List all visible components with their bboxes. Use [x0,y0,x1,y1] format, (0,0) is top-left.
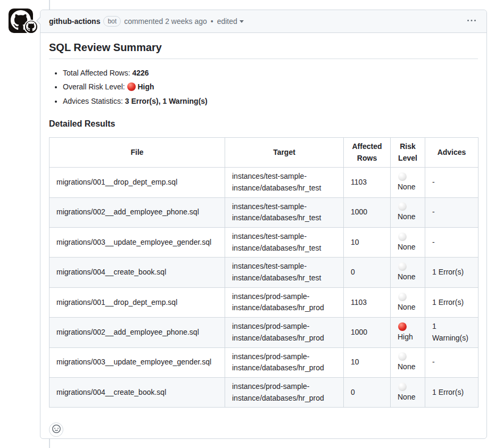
table-row: migrations/004__create_book.sql instance… [50,377,478,407]
table-row: migrations/002__add_employee_phone.sql i… [50,197,478,227]
table-row: migrations/001__drop_dept_emp.sql instan… [50,168,478,197]
meta-separator: • [211,17,213,26]
summary-value: High [137,82,154,91]
bot-label-badge: bot [103,16,121,27]
risk-level-label: None [398,272,415,281]
risk-indicator-icon [398,262,407,271]
risk-level-label: None [398,362,415,371]
col-header-affected-rows: Affected Rows [344,137,391,167]
author-link[interactable]: github-actions [49,17,100,26]
commented-timestamp[interactable]: commented 2 weeks ago [124,17,207,26]
col-header-file: File [50,137,225,167]
comment-body: SQL Review Summary Total Affected Rows: … [40,33,486,445]
table-row: migrations/002__add_employee_phone.sql i… [50,318,478,347]
table-row: migrations/004__create_book.sql instance… [50,258,478,287]
risk-indicator-icon [398,383,407,391]
cell-file: migrations/001__drop_dept_emp.sql [50,168,225,197]
cell-target: instances/test-sample-instance/databases… [225,258,344,287]
red-circle-emoji-icon [127,82,136,91]
cell-advices: 1 Error(s) [425,287,478,317]
cell-risk-level: None [391,347,425,377]
risk-level-label: None [398,182,415,191]
add-reaction-button[interactable] [49,422,63,437]
comment-card: github-actions bot commented 2 weeks ago… [40,10,487,439]
table-row: migrations/003__update_employee_gender.s… [50,228,478,258]
col-header-target: Target [225,137,344,167]
octocat-badge-icon [26,21,36,33]
results-table-body: migrations/001__drop_dept_emp.sql instan… [50,168,478,408]
cell-affected-rows: 1103 [344,287,391,317]
summary-item-advices-stats: Advices Statistics: 3 Error(s), 1 Warnin… [63,96,478,106]
cell-affected-rows: 1103 [344,168,391,197]
summary-item-total-rows: Total Affected Rows: 4226 [63,68,478,78]
triangle-down-icon [240,20,244,23]
risk-indicator-icon [398,293,407,301]
smiley-icon [52,425,61,435]
cell-advices: - [425,197,478,227]
cell-affected-rows: 0 [344,258,391,287]
table-header-row: File Target Affected Rows Risk Level Adv… [50,137,478,167]
cell-target: instances/test-sample-instance/databases… [225,197,344,227]
cell-file: migrations/001__drop_dept_emp.sql [50,287,225,317]
col-header-advices: Advices [425,137,478,167]
edited-label: edited [217,17,237,26]
cell-file: migrations/003__update_employee_gender.s… [50,347,225,377]
cell-advices: 1 Error(s) [425,377,478,407]
cell-risk-level: None [391,287,425,317]
summary-list: Total Affected Rows: 4226 Overall Risk L… [49,68,478,106]
cell-advices: - [425,228,478,258]
reaction-row [49,422,478,437]
risk-level-label: None [398,393,415,401]
cell-file: migrations/002__add_employee_phone.sql [50,318,225,347]
timeline-line-top [49,0,50,10]
cell-risk-level: None [391,197,425,227]
cell-file: migrations/004__create_book.sql [50,258,225,287]
risk-level-label: None [398,212,415,221]
cell-file: migrations/003__update_employee_gender.s… [50,228,225,258]
cell-target: instances/prod-sample-instance/databases… [225,347,344,377]
github-comment-page: github-actions bot commented 2 weeks ago… [0,0,495,448]
summary-label: Overall Risk Level: [63,82,127,91]
col-header-risk-level: Risk Level [391,137,425,167]
cell-risk-level: High [391,318,425,347]
details-title: Detailed Results [49,119,478,129]
cell-target: instances/prod-sample-instance/databases… [225,318,344,347]
kebab-horizontal-icon [467,16,476,27]
summary-item-risk-level: Overall Risk Level: High [63,81,478,92]
cell-target: instances/prod-sample-instance/databases… [225,287,344,317]
results-table: File Target Affected Rows Risk Level Adv… [49,137,478,408]
cell-affected-rows: 10 [344,347,391,377]
cell-target: instances/test-sample-instance/databases… [225,228,344,258]
summary-value: 4226 [132,69,148,77]
risk-level-label: High [398,333,413,341]
risk-indicator-icon [398,172,407,181]
cell-risk-level: None [391,258,425,287]
risk-indicator-icon [398,202,407,211]
summary-value: 3 Error(s), 1 Warning(s) [125,97,208,105]
cell-file: migrations/004__create_book.sql [50,377,225,407]
table-row: migrations/001__drop_dept_emp.sql instan… [50,287,478,317]
cell-target: instances/prod-sample-instance/databases… [225,377,344,407]
cell-affected-rows: 1000 [344,197,391,227]
risk-level-label: None [398,243,415,251]
cell-target: instances/test-sample-instance/databases… [225,168,344,197]
cell-risk-level: None [391,228,425,258]
edited-dropdown-button[interactable]: edited [217,17,244,26]
table-row: migrations/003__update_employee_gender.s… [50,347,478,377]
comment-options-button[interactable] [465,14,478,29]
cell-risk-level: None [391,168,425,197]
cell-advices: - [425,168,478,197]
comment-header: github-actions bot commented 2 weeks ago… [40,10,486,33]
cell-affected-rows: 1000 [344,318,391,347]
cell-file: migrations/002__add_employee_phone.sql [50,197,225,227]
cell-affected-rows: 0 [344,377,391,407]
risk-indicator-icon [398,233,407,241]
summary-title: SQL Review Summary [49,42,478,59]
cell-advices: - [425,347,478,377]
risk-level-label: None [398,303,415,311]
summary-label: Total Affected Rows: [63,69,132,77]
summary-label: Advices Statistics: [63,97,125,105]
cell-affected-rows: 10 [344,228,391,258]
risk-indicator-icon [398,322,407,331]
cell-risk-level: None [391,377,425,407]
